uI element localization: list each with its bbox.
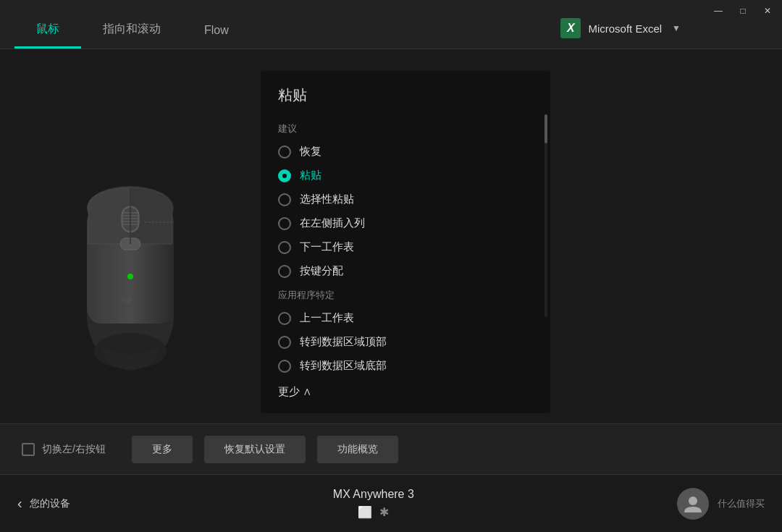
- close-button[interactable]: ✕: [756, 3, 779, 19]
- battery-icon: ⬜: [358, 505, 372, 519]
- swap-buttons-option[interactable]: 切换左/右按钮: [22, 443, 106, 456]
- panel-scrollbar[interactable]: [545, 114, 547, 317]
- mouse-illustration: logi: [58, 150, 203, 374]
- device-info: MX Anywhere 3 ⬜ ✱: [333, 488, 414, 519]
- option-panel: 粘贴 建议 恢复 粘贴 选择性粘贴 在左侧插入列 下一工作表 按键分配 应用程序…: [261, 71, 550, 413]
- bottom-action-bar: 切换左/右按钮 更多 恢复默认设置 功能概览: [0, 423, 782, 474]
- svg-point-16: [689, 497, 697, 505]
- option-goto-top-label: 转到数据区域顶部: [300, 335, 387, 349]
- radio-goto-bottom[interactable]: [278, 360, 291, 373]
- swap-buttons-checkbox[interactable]: [22, 443, 35, 456]
- option-key-assign[interactable]: 按键分配: [261, 259, 550, 283]
- more-less-button[interactable]: 更少 ∧: [261, 378, 550, 402]
- app-selector[interactable]: X Microsoft Excel ▼: [560, 18, 681, 48]
- section-suggested-label: 建议: [261, 117, 550, 140]
- back-button[interactable]: ‹ 您的设备: [17, 495, 70, 512]
- svg-point-11: [127, 274, 133, 279]
- radio-prev-sheet[interactable]: [278, 312, 291, 325]
- option-goto-bottom-label: 转到数据区域底部: [300, 359, 387, 373]
- maximize-button[interactable]: □: [731, 3, 754, 19]
- overview-button[interactable]: 功能概览: [317, 436, 398, 463]
- titlebar: — □ ✕: [695, 0, 782, 22]
- option-paste[interactable]: 粘贴: [261, 164, 550, 187]
- back-label: 您的设备: [30, 497, 70, 510]
- radio-selective-paste[interactable]: [278, 193, 291, 206]
- user-icon: [683, 494, 703, 514]
- device-connection-icons: ⬜ ✱: [333, 505, 414, 519]
- radio-insert-left[interactable]: [278, 217, 291, 230]
- scrollbar-thumb[interactable]: [545, 114, 547, 143]
- radio-goto-top[interactable]: [278, 336, 291, 349]
- option-insert-left[interactable]: 在左侧插入列: [261, 211, 550, 235]
- minimize-button[interactable]: —: [707, 3, 730, 19]
- option-paste-label: 粘贴: [300, 169, 321, 182]
- option-prev-sheet[interactable]: 上一工作表: [261, 306, 550, 330]
- excel-icon: X: [560, 18, 581, 38]
- option-restore[interactable]: 恢复: [261, 140, 550, 164]
- device-name-label: MX Anywhere 3: [333, 488, 414, 501]
- option-insert-left-label: 在左侧插入列: [300, 216, 365, 230]
- panel-title: 粘贴: [261, 85, 550, 117]
- app-name-label: Microsoft Excel: [588, 22, 662, 35]
- radio-restore[interactable]: [278, 145, 291, 159]
- mouse-image-area: logi: [0, 49, 261, 474]
- tab-mouse[interactable]: 鼠标: [14, 22, 81, 48]
- radio-paste[interactable]: [278, 169, 291, 182]
- app-dropdown-arrow: ▼: [672, 23, 681, 33]
- tab-pointer[interactable]: 指向和滚动: [81, 22, 182, 48]
- reset-button[interactable]: 恢复默认设置: [204, 436, 306, 463]
- main-content: logi 粘贴 建议 恢复 粘贴 选择性粘贴 在左侧插入列: [0, 49, 782, 474]
- option-prev-sheet-label: 上一工作表: [300, 311, 354, 325]
- back-arrow-icon: ‹: [17, 495, 22, 512]
- bluetooth-icon: ✱: [379, 505, 389, 519]
- option-selective-paste-label: 选择性粘贴: [300, 193, 354, 206]
- footer: ‹ 您的设备 MX Anywhere 3 ⬜ ✱ 什么值得买: [0, 474, 782, 532]
- more-less-label: 更少 ∧: [278, 385, 311, 399]
- svg-text:logi: logi: [122, 296, 132, 303]
- option-goto-top[interactable]: 转到数据区域顶部: [261, 330, 550, 354]
- option-next-sheet[interactable]: 下一工作表: [261, 235, 550, 259]
- swap-buttons-label: 切换左/右按钮: [42, 443, 106, 456]
- radio-next-sheet[interactable]: [278, 241, 291, 254]
- option-goto-bottom[interactable]: 转到数据区域底部: [261, 354, 550, 378]
- brand-label: 什么值得买: [718, 497, 765, 510]
- radio-key-assign[interactable]: [278, 265, 291, 278]
- footer-right: 什么值得买: [677, 488, 765, 520]
- option-next-sheet-label: 下一工作表: [300, 240, 354, 254]
- section-app-label: 应用程序特定: [261, 283, 550, 306]
- option-selective-paste[interactable]: 选择性粘贴: [261, 187, 550, 211]
- more-button[interactable]: 更多: [132, 436, 193, 463]
- tab-bar: 鼠标 指向和滚动 Flow: [0, 0, 251, 48]
- option-key-assign-label: 按键分配: [300, 264, 343, 278]
- option-restore-label: 恢复: [300, 145, 321, 159]
- header: 鼠标 指向和滚动 Flow X Microsoft Excel ▼: [0, 0, 782, 49]
- avatar[interactable]: [677, 488, 709, 520]
- tab-flow[interactable]: Flow: [182, 24, 251, 48]
